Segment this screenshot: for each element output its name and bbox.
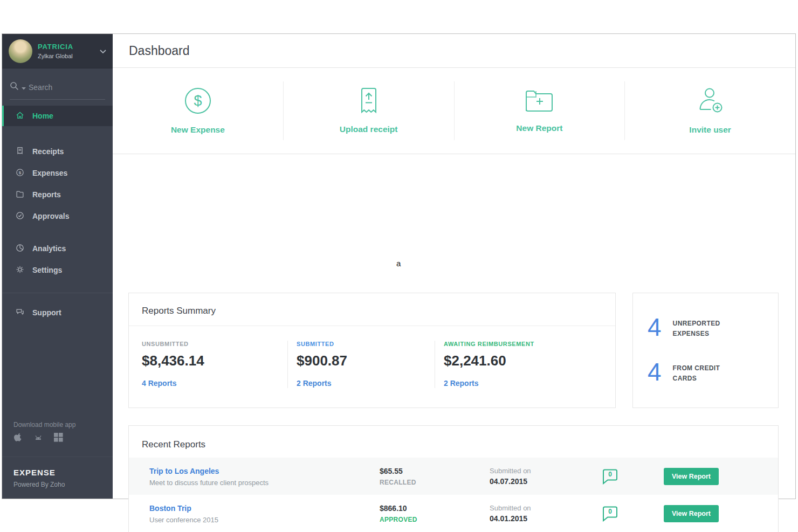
stat-submitted: SUBMITTED $900.87 2 Reports (287, 341, 435, 388)
stat-awaiting-reimbursement: AWAITING REIMBURSEMENT $2,241.60 2 Repor… (435, 341, 602, 388)
sidebar-item-label: Home (32, 112, 53, 120)
stat-reports-link[interactable]: 4 Reports (142, 379, 177, 388)
sidebar-item-analytics[interactable]: Analytics (2, 238, 113, 259)
quick-action-label: New Report (516, 123, 562, 133)
brand-name: EXPENSE (13, 468, 113, 477)
apple-icon[interactable] (13, 433, 23, 445)
receipt-icon (15, 146, 25, 157)
receipt-upload-icon (358, 87, 380, 116)
stat-label-line: CARDS (673, 374, 720, 384)
stat-label: AWAITING REIMBURSEMENT (444, 341, 602, 347)
expense-stats-card: 4 UNREPORTED EXPENSES 4 FROM CREDIT CARD… (632, 293, 779, 408)
stat-amount: $900.87 (297, 353, 435, 369)
sidebar-item-label: Expenses (32, 169, 67, 177)
quick-action-label: Upload receipt (340, 125, 398, 134)
comment-count: 0 (603, 508, 617, 515)
search-bar[interactable] (10, 81, 105, 100)
search-input[interactable] (29, 83, 87, 92)
home-icon (15, 110, 25, 122)
comment-bubble-icon[interactable]: 0 (601, 468, 619, 485)
invite-user-button[interactable]: Invite user (625, 68, 795, 154)
sidebar-item-label: Receipts (32, 147, 64, 156)
sidebar-nav: Home Receipts $ Expenses Reports Approv (2, 106, 113, 323)
comment-count: 0 (603, 471, 617, 478)
sidebar-item-label: Settings (32, 266, 62, 274)
stat-value: 4 (648, 360, 662, 384)
sidebar-item-label: Reports (32, 190, 61, 199)
sidebar-item-receipts[interactable]: Receipts (2, 141, 113, 162)
from-credit-cards-stat: 4 FROM CREDIT CARDS (648, 360, 778, 384)
stat-label-line: FROM CREDIT (673, 363, 720, 374)
quick-action-label: Invite user (689, 125, 731, 135)
stat-reports-link[interactable]: 2 Reports (444, 379, 479, 388)
report-name-link[interactable]: Trip to Los Angeles (149, 467, 219, 475)
upload-receipt-button[interactable]: Upload receipt (284, 68, 454, 154)
submitted-on-label: Submitted on (490, 467, 601, 475)
stat-unsubmitted: UNSUBMITTED $8,436.14 4 Reports (142, 341, 287, 388)
pie-chart-icon (15, 243, 25, 254)
dollar-circle-icon: $ (184, 87, 212, 117)
report-description: User conference 2015 (149, 516, 380, 524)
report-row: Trip to Los Angeles Meet to discuss futu… (129, 458, 778, 495)
chat-icon (15, 307, 25, 319)
report-status: RECALLED (380, 479, 490, 486)
user-name: PATRICIA (38, 43, 73, 51)
submitted-on-label: Submitted on (490, 504, 601, 512)
sidebar-item-support[interactable]: Support (2, 302, 113, 323)
stat-reports-link[interactable]: 2 Reports (297, 379, 332, 388)
comment-bubble-icon[interactable]: 0 (601, 506, 619, 522)
dashboard-content: Reports Summary UNSUBMITTED $8,436.14 4 … (113, 154, 795, 499)
stat-label: SUBMITTED (297, 341, 435, 347)
gear-icon (15, 265, 25, 276)
quick-actions-bar: $ New Expense Upload receipt New Report (113, 68, 795, 154)
quick-action-label: New Expense (171, 125, 225, 135)
recent-reports-title: Recent Reports (142, 439, 778, 450)
android-icon[interactable] (33, 433, 43, 445)
report-amount: $65.55 (380, 467, 490, 475)
svg-text:$: $ (19, 170, 22, 175)
search-icon (10, 81, 19, 93)
main-area: Dashboard $ New Expense Upload receipt (113, 34, 795, 499)
report-amount: $866.10 (380, 504, 490, 513)
report-status: APPROVED (380, 516, 490, 523)
sidebar-item-settings[interactable]: Settings (2, 259, 113, 281)
unreported-expenses-stat: 4 UNREPORTED EXPENSES (648, 315, 778, 340)
page-title: Dashboard (129, 44, 190, 58)
chevron-down-icon[interactable] (100, 46, 106, 56)
sidebar-item-label: Support (32, 308, 61, 317)
download-mobile-app-label: Download mobile app (13, 421, 75, 429)
sidebar-item-approvals[interactable]: Approvals (2, 205, 113, 227)
sidebar-item-label: Approvals (32, 212, 69, 220)
search-caret-icon[interactable] (22, 82, 26, 92)
brand-powered-by: Powered By Zoho (13, 481, 113, 488)
view-report-button[interactable]: View Report (664, 505, 719, 522)
svg-text:$: $ (194, 93, 202, 109)
folder-plus-icon (524, 88, 554, 115)
new-report-button[interactable]: New Report (455, 68, 625, 154)
stat-label-line: EXPENSES (673, 329, 720, 339)
stray-character: a (396, 259, 401, 268)
user-org: Zylkar Global (38, 53, 73, 59)
sidebar-item-label: Analytics (32, 244, 66, 253)
avatar[interactable] (9, 39, 32, 63)
stat-amount: $8,436.14 (142, 353, 287, 369)
report-name-link[interactable]: Boston Trip (149, 504, 191, 513)
view-report-button[interactable]: View Report (664, 468, 719, 485)
recent-reports-card: Recent Reports Trip to Los Angeles Meet … (128, 425, 779, 532)
user-menu[interactable]: PATRICIA Zylkar Global (2, 34, 113, 68)
check-circle-icon (15, 211, 25, 222)
sidebar-item-expenses[interactable]: $ Expenses (2, 162, 113, 184)
stat-amount: $2,241.60 (444, 353, 602, 369)
stat-value: 4 (648, 315, 662, 340)
reports-summary-card: Reports Summary UNSUBMITTED $8,436.14 4 … (128, 293, 616, 408)
stat-label: UNSUBMITTED (142, 341, 287, 347)
submitted-date: 04.07.2015 (490, 477, 601, 486)
page-header: Dashboard (113, 34, 795, 68)
new-expense-button[interactable]: $ New Expense (113, 68, 283, 154)
windows-icon[interactable] (54, 433, 63, 445)
sidebar-footer: EXPENSE Powered By Zoho (2, 457, 113, 488)
sidebar-item-home[interactable]: Home (2, 106, 113, 126)
sidebar-item-reports[interactable]: Reports (2, 184, 113, 205)
store-icons (13, 433, 63, 445)
folder-icon (15, 189, 25, 201)
